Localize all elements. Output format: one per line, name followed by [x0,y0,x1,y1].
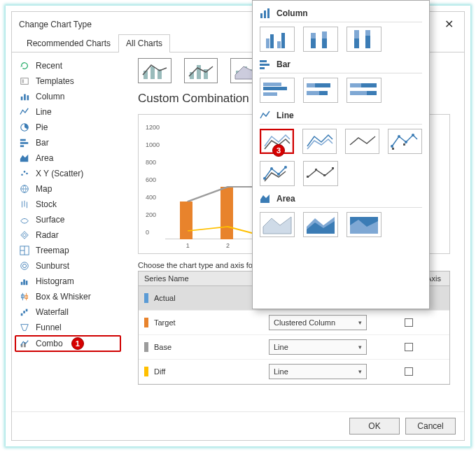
svg-rect-38 [150,66,155,79]
dialog-title: Change Chart Type [19,20,92,29]
svg-point-23 [22,264,26,267]
treemap-icon [19,245,30,256]
column-icon [19,91,30,102]
sidebar-item-waterfall[interactable]: Waterfall [15,304,121,320]
sidebar-item-surface[interactable]: Surface [15,212,121,227]
radar-icon [19,229,30,241]
boxwhisker-icon [19,291,30,302]
sidebar-item-line[interactable]: Line [15,104,121,120]
combo-style-thumb-1[interactable] [138,58,172,83]
svg-rect-89 [315,169,317,171]
svg-rect-7 [20,142,28,144]
area-icon [19,153,30,164]
secondary-axis-checkbox[interactable] [405,318,413,327]
chart-type-sidebar: RecentTemplatesColumnLinePieBarAreaX Y (… [12,52,124,411]
gallery-thumb-clustered-column[interactable] [260,27,295,52]
svg-rect-2 [21,97,23,100]
sidebar-item-column[interactable]: Column [15,89,121,104]
svg-rect-91 [332,167,334,169]
svg-rect-90 [323,174,326,176]
sidebar-item-recent[interactable]: Recent [15,58,121,73]
sidebar-item-combo[interactable]: Combo1 [15,335,121,352]
recent-icon [19,60,30,71]
svg-rect-73 [307,91,319,95]
sidebar-item-treemap[interactable]: Treemap [15,243,121,258]
ok-button[interactable]: OK [349,418,400,435]
sidebar-item-label: Waterfall [36,307,69,317]
gallery-group-label: Line [276,111,294,120]
histogram-icon [19,276,30,287]
gallery-thumb-clustered-bar[interactable] [260,78,295,103]
svg-rect-69 [263,92,277,96]
chart-type-gallery-dropdown[interactable]: Column Bar Line 3 Area [252,0,430,309]
sidebar-item-label: Box & Whisker [36,292,91,302]
gallery-group-column: Column [260,8,422,19]
sidebar-item-boxwhisker[interactable]: Box & Whisker [15,289,121,304]
sidebar-item-histogram[interactable]: Histogram [15,274,121,289]
svg-rect-66 [260,67,265,69]
sidebar-item-sunburst[interactable]: Sunburst [15,258,121,274]
svg-rect-49 [260,13,262,18]
svg-rect-68 [263,87,287,90]
svg-marker-92 [260,195,270,203]
series-row[interactable]: BaseLine▾ [139,335,449,360]
series-color-swatch [144,293,148,303]
sidebar-item-map[interactable]: Map [15,181,121,197]
gallery-thumb-stacked-bar[interactable] [303,78,338,103]
sidebar-item-stock[interactable]: Stock [15,197,121,212]
gallery-thumb-100-stacked-line-markers[interactable] [303,161,338,186]
close-button[interactable]: ✕ [440,17,457,31]
svg-rect-32 [23,311,25,313]
svg-point-85 [270,167,273,170]
gallery-thumb-stacked-area[interactable] [303,212,338,237]
secondary-axis-checkbox[interactable] [405,343,413,351]
chevron-down-icon: ▾ [358,344,362,351]
cancel-button[interactable]: Cancel [405,418,456,435]
secondary-axis-checkbox[interactable] [405,367,413,376]
svg-rect-55 [281,33,285,48]
svg-point-22 [21,262,29,270]
gallery-thumb-line-markers[interactable] [388,129,422,154]
map-icon [19,183,30,195]
sidebar-item-pie[interactable]: Pie [15,120,121,135]
tab-all-charts[interactable]: All Charts [118,34,170,52]
series-row[interactable]: DiffLine▾ [139,360,449,384]
sidebar-item-label: Treemap [36,246,69,255]
gallery-thumb-line[interactable]: 3 [260,129,294,154]
svg-rect-51 [267,8,270,18]
sidebar-item-radar[interactable]: Radar [15,227,121,243]
series-type-select[interactable]: Line▾ [269,364,367,379]
svg-rect-1 [22,79,24,83]
gallery-thumb-stacked-column[interactable] [303,27,338,52]
gallery-thumb-100-stacked-area[interactable] [346,212,382,237]
gallery-thumb-area[interactable] [260,212,295,237]
sidebar-item-bar[interactable]: Bar [15,135,121,150]
combo-style-thumb-2[interactable] [184,58,218,83]
sidebar-item-label: Templates [36,76,74,86]
svg-rect-52 [266,38,270,48]
series-row[interactable]: TargetClustered Column▾ [139,311,449,335]
svg-rect-3 [24,94,26,101]
gallery-group-label: Column [276,8,308,18]
sidebar-item-xy[interactable]: X Y (Scatter) [15,166,121,181]
svg-rect-4 [27,95,29,100]
svg-rect-82 [392,148,394,150]
sidebar-item-funnel[interactable]: Funnel [15,320,121,335]
series-type-select[interactable]: Line▾ [269,339,367,355]
svg-rect-50 [264,10,266,18]
svg-rect-33 [26,309,28,312]
gallery-thumb-100-stacked-column[interactable] [346,27,382,52]
gallery-thumb-100-stacked-bar[interactable] [346,78,382,103]
sidebar-item-templates[interactable]: Templates [15,73,121,89]
gallery-thumb-stacked-line[interactable] [302,129,337,154]
sidebar-item-area[interactable]: Area [15,150,121,166]
svg-point-12 [26,173,28,175]
gallery-thumb-100-stacked-line[interactable] [345,129,379,154]
tab-recommended-charts[interactable]: Recommended Charts [19,34,118,52]
series-type-value: Clustered Column [274,318,335,327]
svg-rect-77 [350,91,367,95]
svg-rect-57 [311,33,316,38]
series-type-select[interactable]: Clustered Column▾ [269,315,367,330]
chevron-down-icon: ▾ [358,319,362,326]
gallery-thumb-stacked-line-markers[interactable] [260,161,295,186]
